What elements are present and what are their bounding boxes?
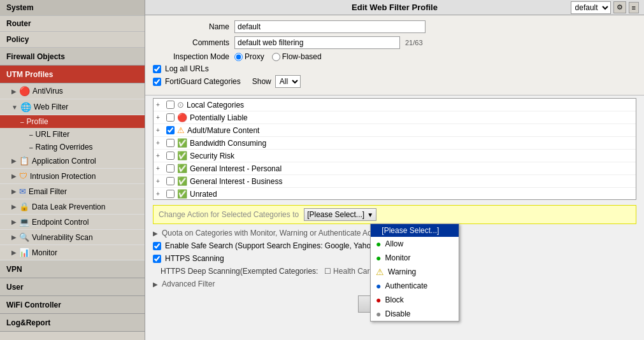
- cat-row-adult[interactable]: + ⚠ Adult/Mature Content: [154, 124, 636, 137]
- expand-business[interactable]: +: [156, 178, 164, 185]
- https-label: HTTPS Scanning: [165, 254, 224, 263]
- dropdown-icon-monitor: ●: [376, 253, 381, 263]
- cat-icon-local: ⊙: [177, 100, 184, 110]
- sidebar-item-rating[interactable]: – Rating Overrides: [0, 141, 145, 153]
- dropdown-label-monitor: Monitor: [385, 253, 410, 262]
- sidebar-item-policy[interactable]: Policy: [0, 32, 145, 48]
- cat-row-liable[interactable]: + 🔴 Potentially Liable: [154, 111, 636, 124]
- change-action-label: Change Action for Selected Categories to: [159, 210, 299, 219]
- log-urls-label: Log all URLs: [165, 64, 209, 73]
- cat-check-adult[interactable]: [166, 126, 175, 134]
- expand-liable[interactable]: +: [156, 114, 164, 121]
- sidebar-section-firewall[interactable]: Firewall Objects: [0, 48, 145, 66]
- cat-check-local[interactable]: [166, 101, 175, 109]
- sidebar-section-logreport[interactable]: Log&Report: [0, 314, 145, 332]
- cat-check-personal[interactable]: [166, 164, 175, 173]
- sidebar-item-appcontrol[interactable]: ▶ 📋 Application Control: [0, 153, 145, 169]
- sidebar-item-urlfilter[interactable]: – URL Filter: [0, 128, 145, 141]
- vulnscan-icon: 🔍: [19, 232, 29, 242]
- cat-check-bandwidth[interactable]: [166, 139, 175, 147]
- show-select[interactable]: All: [275, 75, 301, 88]
- expand-vuln-icon: ▶: [11, 234, 17, 241]
- expand-personal[interactable]: +: [156, 165, 164, 172]
- expand-security[interactable]: +: [156, 152, 164, 159]
- proxy-radio[interactable]: [234, 53, 243, 61]
- cat-row-local[interactable]: + ⊙ Local Categories: [154, 99, 636, 111]
- sidebar-item-monitor[interactable]: ▶ 📊 Monitor: [0, 245, 145, 260]
- main-panel: Edit Web Filter Profile default ⚙ ≡ Name…: [145, 0, 644, 340]
- sidebar-item-router[interactable]: Router: [0, 16, 145, 32]
- safe-search-checkbox[interactable]: [153, 242, 161, 250]
- dropdown-item-disable[interactable]: ● Disable: [371, 307, 459, 321]
- dropdown-arrow-icon: ▼: [367, 211, 373, 218]
- sidebar-item-antivirus[interactable]: ▶ 🔴 AntiVirus: [0, 83, 145, 99]
- cat-icon-adult: ⚠: [177, 125, 185, 135]
- categories-box[interactable]: + ⊙ Local Categories + 🔴 Potentially Lia…: [153, 98, 636, 200]
- sidebar-item-intrusion[interactable]: ▶ 🛡 Intrusion Protection: [0, 169, 145, 184]
- advanced-label: Advanced Filter: [162, 280, 215, 288]
- cat-check-business[interactable]: [166, 177, 175, 185]
- sidebar-section-wifi[interactable]: WiFi Controller: [0, 296, 145, 314]
- cat-row-bandwidth[interactable]: + ✅ Bandwidth Consuming: [154, 137, 636, 150]
- name-input[interactable]: [234, 20, 426, 33]
- dropdown-item-block[interactable]: ● Block: [371, 293, 459, 307]
- cat-label-personal: General Interest - Personal: [190, 164, 282, 173]
- cat-row-unrated[interactable]: + ✅ Unrated: [154, 188, 636, 200]
- sidebar-item-system[interactable]: System: [0, 0, 145, 16]
- sidebar-section-vpn[interactable]: VPN: [0, 260, 145, 278]
- sidebar: System Router Policy Firewall Objects UT…: [0, 0, 145, 340]
- cat-row-business[interactable]: + ✅ General Interest - Business: [154, 175, 636, 188]
- cat-label-local: Local Categories: [187, 101, 244, 110]
- flow-radio-label[interactable]: Flow-based: [272, 52, 322, 61]
- dropdown-item-authenticate[interactable]: ● Authenticate: [371, 279, 459, 293]
- dropdown-icon-disable: ●: [376, 309, 381, 319]
- expand-unrated[interactable]: +: [156, 190, 164, 197]
- log-urls-row: Log all URLs: [153, 64, 636, 73]
- cat-icon-unrated: ✅: [177, 189, 187, 199]
- sidebar-item-webfilter[interactable]: ▼ 🌐 Web Filter: [0, 99, 145, 115]
- https-checkbox[interactable]: [153, 255, 161, 263]
- cat-check-security[interactable]: [166, 152, 175, 160]
- dash-urlfilter: –: [29, 131, 33, 138]
- profile-selector[interactable]: default: [571, 1, 611, 14]
- dropdown-icon-block: ●: [376, 295, 381, 305]
- log-urls-checkbox[interactable]: [153, 65, 161, 73]
- show-label: Show: [252, 77, 271, 86]
- endpoint-icon: 💻: [19, 217, 29, 227]
- advanced-expand-icon[interactable]: ▶: [153, 281, 158, 288]
- titlebar-controls: default ⚙ ≡: [571, 1, 639, 14]
- sidebar-section-user[interactable]: User: [0, 278, 145, 296]
- cat-check-liable[interactable]: [166, 113, 175, 122]
- sidebar-item-email[interactable]: ▶ ✉ Email Filter: [0, 184, 145, 199]
- https-deep-label: HTTPS Deep Scanning(Exempted Categories:: [161, 267, 318, 276]
- expand-local[interactable]: +: [156, 101, 164, 108]
- fortiguard-row: FortiGuard Categories Show All: [153, 75, 636, 88]
- settings-button[interactable]: ⚙: [613, 1, 626, 13]
- list-button[interactable]: ≡: [629, 2, 639, 13]
- cat-row-personal[interactable]: + ✅ General Interest - Personal: [154, 162, 636, 175]
- expand-app-icon: ▶: [11, 157, 17, 164]
- sidebar-item-profile[interactable]: – Profile: [0, 115, 145, 128]
- quota-expand-icon[interactable]: ▶: [153, 230, 158, 237]
- cat-check-unrated[interactable]: [166, 190, 175, 198]
- dropdown-label-authenticate: Authenticate: [385, 281, 427, 290]
- cat-row-security[interactable]: + ✅ Security Risk: [154, 150, 636, 162]
- sidebar-item-vulnscan[interactable]: ▶ 🔍 Vulnerability Scan: [0, 230, 145, 245]
- sidebar-item-dlp[interactable]: ▶ 🔒 Data Leak Prevention: [0, 199, 145, 215]
- expand-email-icon: ▶: [11, 188, 17, 195]
- dropdown-item-monitor[interactable]: ● Monitor: [371, 251, 459, 265]
- proxy-radio-label[interactable]: Proxy: [234, 52, 264, 61]
- expand-webfilter-icon: ▼: [11, 104, 18, 111]
- fortiguard-checkbox[interactable]: [153, 78, 161, 86]
- dropdown-item-allow[interactable]: ● Allow: [371, 237, 459, 251]
- flow-radio[interactable]: [272, 53, 280, 61]
- sidebar-item-endpoint[interactable]: ▶ 💻 Endpoint Control: [0, 215, 145, 230]
- dropdown-item-please[interactable]: [Please Select...]: [371, 224, 459, 237]
- dropdown-item-warning[interactable]: ⚠ Warning: [371, 265, 459, 279]
- expand-bandwidth[interactable]: +: [156, 139, 164, 146]
- comments-input[interactable]: [234, 36, 400, 49]
- please-select-dropdown[interactable]: [Please Select...] ▼: [304, 208, 376, 221]
- sidebar-section-utm[interactable]: UTM Profiles: [0, 66, 145, 83]
- dash-profile: –: [20, 118, 24, 125]
- expand-adult[interactable]: +: [156, 127, 164, 134]
